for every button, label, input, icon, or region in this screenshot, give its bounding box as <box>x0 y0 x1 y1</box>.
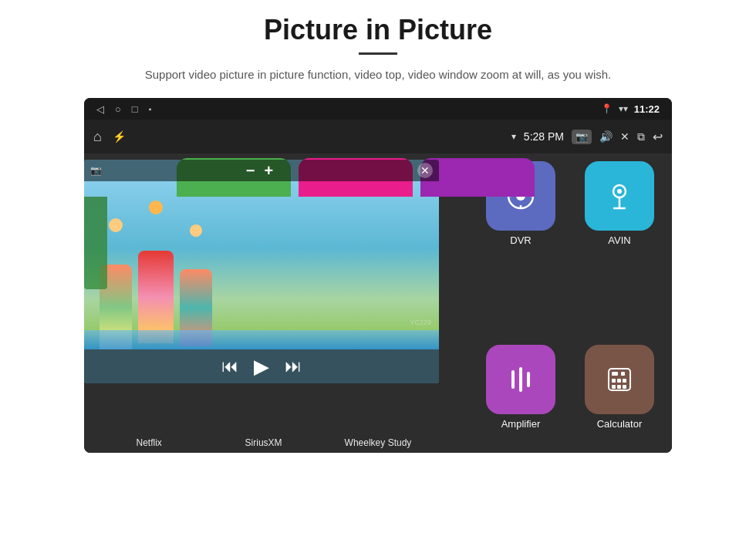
pip-window-icon[interactable]: ⧉ <box>637 130 645 143</box>
wifi-icon: ▾ <box>511 131 516 142</box>
page-container: Picture in Picture Support video picture… <box>0 0 756 533</box>
amplifier-icon-container: Amplifier <box>474 345 567 430</box>
play-pause-button[interactable]: ▶ <box>254 355 269 379</box>
status-time: 11:22 <box>634 103 660 115</box>
siriusxm-label: SiriusXM <box>218 437 310 448</box>
calculator-icon[interactable] <box>585 345 654 414</box>
bottom-right-icons: Amplifier <box>474 345 666 430</box>
svg-rect-13 <box>612 385 616 389</box>
svg-rect-5 <box>519 367 522 392</box>
location-icon: 📍 <box>601 103 613 114</box>
svg-rect-4 <box>511 370 515 389</box>
camera-button[interactable]: 📷 <box>572 130 592 144</box>
watermark: YC229 <box>410 319 431 326</box>
avin-label: AVIN <box>608 234 630 246</box>
pip-video-scene: YC229 <box>84 181 439 349</box>
pip-playback-bar: ⏮ ▶ ⏭ <box>84 349 439 383</box>
wheelkey-label: Wheelkey Study <box>332 437 424 448</box>
device-frame: ◁ ○ □ ▪ 📍 ▾▾ 11:22 ⌂ ⚡ ▾ 5:28 PM 📷 🔊 <box>84 98 672 453</box>
title-divider <box>359 52 397 55</box>
back-icon[interactable]: ↩ <box>653 130 663 144</box>
amplifier-bottom-label <box>446 437 538 448</box>
app-bar-right: ▾ 5:28 PM 📷 🔊 ✕ ⧉ ↩ <box>511 130 663 144</box>
svg-rect-10 <box>612 379 616 383</box>
recents-nav-icon[interactable]: □ <box>132 103 138 115</box>
svg-rect-15 <box>623 385 626 389</box>
amplifier-icon[interactable] <box>486 345 555 414</box>
next-button[interactable]: ⏭ <box>285 356 302 376</box>
status-bar-right: 📍 ▾▾ 11:22 <box>601 103 660 115</box>
calculator-bottom-label <box>561 437 653 448</box>
app-bar-time: 5:28 PM <box>524 130 564 143</box>
pip-plus-button[interactable]: + <box>265 162 274 180</box>
volume-icon[interactable]: 🔊 <box>599 130 613 143</box>
svg-rect-12 <box>623 379 626 383</box>
calculator-icon-container: Calculator <box>573 345 666 430</box>
back-nav-icon[interactable]: ◁ <box>96 103 104 115</box>
screenshot-icon[interactable]: ▪ <box>149 105 152 113</box>
svg-rect-14 <box>617 385 621 389</box>
page-title: Picture in Picture <box>264 14 492 46</box>
calculator-label: Calculator <box>597 418 643 430</box>
app-bar: ⌂ ⚡ ▾ 5:28 PM 📷 🔊 ✕ ⧉ ↩ <box>84 120 672 153</box>
pip-top-bar: 📷 − + ✕ <box>84 160 439 181</box>
app-bar-left: ⌂ ⚡ <box>93 129 126 145</box>
status-bar: ◁ ○ □ ▪ 📍 ▾▾ 11:22 <box>84 98 672 120</box>
pip-camera-icon: 📷 <box>90 165 102 176</box>
pip-resize-controls: − + <box>246 162 273 180</box>
close-pip-icon[interactable]: ✕ <box>620 130 629 143</box>
bottom-labels-row: Netflix SiriusXM Wheelkey Study <box>84 437 672 448</box>
signal-icon: ▾▾ <box>619 103 628 114</box>
home-icon[interactable]: ⌂ <box>93 129 102 145</box>
netflix-label: Netflix <box>103 437 195 448</box>
home-nav-icon[interactable]: ○ <box>115 103 121 115</box>
dvr-label: DVR <box>510 234 531 246</box>
status-bar-left: ◁ ○ □ ▪ <box>96 103 151 115</box>
svg-rect-11 <box>617 379 621 383</box>
svg-rect-6 <box>527 372 530 387</box>
page-subtitle: Support video picture in picture functio… <box>145 66 611 84</box>
pip-close-button[interactable]: ✕ <box>417 163 433 178</box>
pip-minus-button[interactable]: − <box>246 162 255 180</box>
svg-rect-8 <box>612 372 618 376</box>
usb-icon[interactable]: ⚡ <box>113 130 126 143</box>
amplifier-label: Amplifier <box>501 418 541 430</box>
svg-rect-9 <box>621 372 625 376</box>
prev-button[interactable]: ⏮ <box>221 356 238 376</box>
